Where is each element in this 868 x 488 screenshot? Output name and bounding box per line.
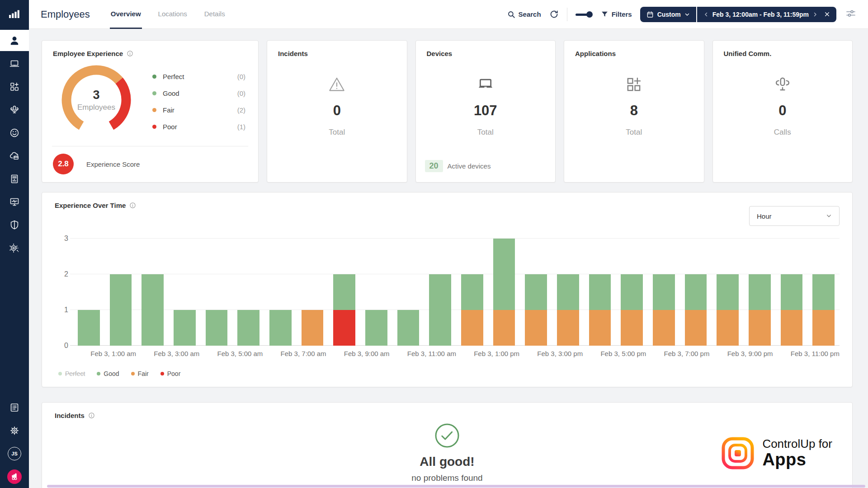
fair-dot-icon [152, 108, 156, 112]
bar-segment-good [365, 310, 387, 346]
chart-legend-good[interactable]: Good [97, 370, 119, 377]
sidebar-item-reports[interactable] [0, 168, 29, 189]
info-icon[interactable] [129, 202, 136, 209]
sidebar-item-experience[interactable] [0, 122, 29, 143]
live-toggle[interactable] [576, 10, 593, 19]
x-tick-label [73, 350, 90, 357]
kpi-cards-row: Employee Experience 3 Employees Perfe [42, 40, 853, 183]
sidebar-item-employees[interactable] [0, 30, 29, 51]
chevron-down-icon [826, 212, 832, 220]
bar-segment-fair [557, 310, 579, 346]
bar-6pm [648, 239, 680, 346]
bar-segment-good [749, 274, 771, 310]
x-tick-label [136, 350, 154, 357]
smiley-icon [9, 127, 20, 138]
good-dot-icon [97, 372, 100, 375]
chart-legend: Perfect Good Fair Poor [58, 370, 840, 377]
app-logo[interactable] [0, 0, 29, 29]
sidebar-user-avatar[interactable]: JS [0, 443, 29, 464]
employee-experience-title: Employee Experience [53, 50, 123, 57]
gauge-value: 3 [93, 88, 99, 102]
chart-legend-poor[interactable]: Poor [160, 370, 181, 377]
bar-segment-good [589, 274, 611, 310]
bar-10am [392, 239, 425, 346]
bar-segment-fair [749, 310, 771, 346]
chart-legend-perfect[interactable]: Perfect [58, 370, 85, 377]
range-clear-button[interactable] [824, 11, 830, 17]
controlup-bars-logo-icon [9, 9, 20, 20]
bar-3pm [552, 239, 584, 346]
horizontal-scrollbar[interactable] [47, 485, 865, 488]
bar-segment-good [557, 274, 579, 310]
bar-segment-fair [525, 310, 547, 346]
sidebar-item-settings[interactable] [0, 420, 29, 441]
bar-segment-fair [302, 310, 324, 346]
x-tick-label: Feb 3, 9:00 am [344, 350, 390, 357]
fair-dot-icon [131, 372, 135, 375]
legend-row-fair: Fair (2) [152, 102, 245, 118]
range-next-button[interactable] [812, 12, 818, 17]
x-tick-label [583, 350, 600, 357]
sidebar-item-devices[interactable] [0, 53, 29, 74]
microphone-headset-icon [9, 104, 20, 115]
bar-11pm [807, 239, 840, 346]
date-range-text: Feb 3, 12:00am - Feb 3, 11:59pm [712, 11, 809, 18]
list-notes-icon [9, 402, 20, 413]
sidebar-controlup-badge[interactable] [0, 466, 29, 487]
unified-comm-value: 0 [778, 103, 786, 119]
x-tick-label: Feb 3, 11:00 am [407, 350, 456, 357]
bar-segment-good [717, 274, 739, 310]
sidebar-item-activity-log[interactable] [0, 397, 29, 418]
range-prev-button[interactable] [703, 12, 709, 17]
x-tick-label: Feb 3, 9:00 pm [727, 350, 773, 357]
sidebar-item-unified-comm[interactable] [0, 99, 29, 120]
sidebar-item-monitoring[interactable] [0, 191, 29, 212]
tab-details[interactable]: Details [203, 0, 226, 29]
refresh-button[interactable] [549, 9, 559, 19]
filters-button[interactable]: Filters [601, 10, 632, 18]
incidents-card: Incidents 0 Total [267, 40, 407, 183]
bar-8pm [712, 239, 744, 346]
bar-segment-good [174, 310, 196, 346]
bar-9pm [744, 239, 776, 346]
monitor-pulse-icon [9, 197, 20, 207]
bar-segment-fair [461, 310, 483, 346]
avatar: JS [8, 447, 21, 460]
date-range-control: Custom Feb 3, 12:00am - Feb 3, 11:59pm [640, 7, 836, 22]
tab-overview[interactable]: Overview [110, 0, 142, 29]
headset-kpi-icon [773, 75, 792, 94]
sidebar-item-cloud-apps[interactable] [0, 145, 29, 166]
chevron-down-icon [684, 12, 690, 17]
info-icon[interactable] [88, 412, 95, 419]
bar-segment-good [206, 310, 228, 346]
sidebar-item-applications[interactable] [0, 76, 29, 97]
chart-title: Experience Over Time [55, 202, 126, 209]
no-problems-subtitle: no problems found [411, 473, 482, 483]
check-circle-icon [434, 422, 461, 449]
view-settings-button[interactable] [845, 8, 856, 21]
tab-locations[interactable]: Locations [157, 0, 188, 29]
sidebar-spacer [0, 259, 29, 396]
tabs: Overview Locations Details [110, 0, 241, 29]
warning-triangle-icon [327, 75, 346, 94]
bar-2am [137, 239, 169, 346]
header-actions: Search Filters Custom [507, 7, 856, 22]
laptop-icon [9, 58, 20, 69]
chart-legend-fair[interactable]: Fair [131, 370, 149, 377]
perfect-dot-icon [152, 75, 156, 79]
info-icon[interactable] [127, 50, 133, 57]
bar-segment-good [269, 310, 292, 346]
sidebar-item-security[interactable] [0, 214, 29, 235]
range-preset-label: Custom [657, 11, 681, 18]
interval-select[interactable]: Hour [749, 206, 840, 226]
range-preset-button[interactable]: Custom [640, 7, 696, 22]
bar-1am [105, 239, 137, 346]
active-devices-label: Active devices [448, 162, 491, 170]
score-label: Experience Score [86, 160, 140, 168]
filter-funnel-icon [601, 10, 609, 18]
x-tick-label [646, 350, 664, 357]
unified-comm-card: Unified Comm. 0 Calls [712, 40, 853, 183]
sidebar-item-automation[interactable] [0, 237, 29, 258]
search-button[interactable]: Search [507, 10, 541, 19]
bar-segment-good [781, 274, 803, 310]
